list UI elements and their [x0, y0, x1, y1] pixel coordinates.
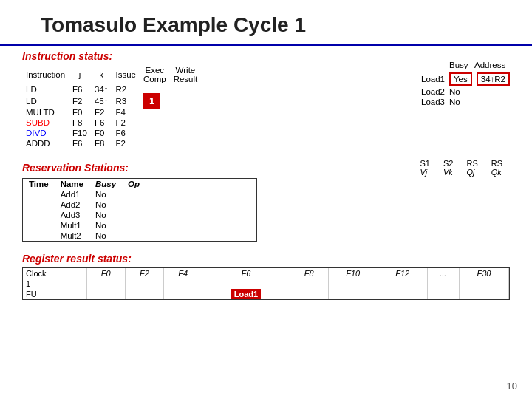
load-busy-highlighted: Yes	[449, 72, 472, 86]
reservation-stations-title: Reservation Stations:	[22, 162, 129, 174]
reg-header: F4	[164, 268, 202, 279]
load-row: Load1Yes34↑R2	[417, 72, 510, 86]
col-write: WriteResult	[170, 65, 202, 84]
clock-value: 1	[23, 279, 86, 289]
load-row: Load2No	[417, 87, 510, 96]
instruction-row: ADDDF6F8F2	[22, 138, 201, 149]
reg-clock-val	[378, 279, 427, 289]
reg-clock-val	[125, 279, 163, 289]
reg-clock-val	[164, 279, 202, 289]
rs-row: Add2No	[23, 200, 256, 210]
clock-label: Clock	[23, 268, 86, 279]
reg-clock-val	[202, 279, 290, 289]
reg-header: F2	[125, 268, 163, 279]
rs-col-vj	[146, 179, 175, 189]
s1-header: S1Vj	[420, 159, 430, 177]
rs-col-busy: Busy	[89, 179, 122, 189]
reg-clock-val	[427, 279, 459, 289]
reg-clock-val	[460, 279, 509, 289]
reg-header: ...	[427, 268, 459, 279]
load-name: Load1	[417, 75, 445, 83]
reg-header: F12	[378, 268, 427, 279]
col-exec: ExecComp	[140, 65, 170, 84]
reg-fu-cell	[86, 289, 125, 299]
rs-row: Add3No	[23, 210, 256, 220]
reg-header: F30	[460, 268, 509, 279]
load1-fu-highlight: Load1	[231, 289, 261, 299]
reg-fu-cell	[378, 289, 427, 299]
load-row: Load3No	[417, 98, 510, 106]
reg-header: F8	[290, 268, 328, 279]
rs-col-op: Op	[122, 179, 146, 189]
instruction-row: MULTDF0F2F4	[22, 107, 201, 117]
load-name: Load3	[417, 98, 445, 106]
load-name: Load2	[417, 87, 445, 96]
register-result-title: Register result status:	[22, 253, 510, 265]
reg-header: F0	[86, 268, 125, 279]
load-busy: No	[449, 98, 470, 106]
reg-fu-cell	[125, 289, 163, 299]
rs-col-time: Time	[23, 179, 55, 189]
fu-label: FU	[23, 289, 86, 299]
rs-row: Mult1No	[23, 220, 256, 231]
col-instruction: Instruction	[22, 65, 69, 84]
exec-highlight: 1	[143, 93, 160, 109]
col-k: k	[91, 65, 112, 84]
col-issue: Issue	[112, 65, 140, 84]
reg-clock-val	[328, 279, 378, 289]
reg-fu-cell	[290, 289, 328, 299]
rs-qj-header: RSQj	[466, 159, 477, 177]
instruction-row: LDF245↑R31	[22, 95, 201, 107]
s2-header: S2Vk	[443, 159, 453, 177]
instruction-status-title: Instruction status:	[22, 50, 387, 62]
rs-col-name: Name	[55, 179, 89, 189]
instruction-row: DIVDF10F0F6	[22, 128, 201, 138]
col-j: j	[69, 65, 91, 84]
rs-row: Mult2No	[23, 231, 256, 241]
busy-header: Busy	[449, 61, 470, 69]
reg-fu-cell	[164, 289, 202, 299]
rs-row: Add1No	[23, 189, 256, 200]
page-title: Tomasulo Example Cycle 1	[0, 0, 532, 44]
reg-fu-cell	[427, 289, 459, 299]
load-busy: No	[449, 87, 470, 96]
busy-col-header	[417, 61, 445, 69]
instruction-row: LDF634↑R2	[22, 84, 201, 95]
reg-clock-val	[290, 279, 328, 289]
reg-fu-cell: Load1	[202, 289, 290, 299]
load-address: 34↑R2	[477, 72, 510, 86]
instruction-row: SUBDF8F6F2	[22, 117, 201, 128]
reg-fu-cell	[328, 289, 378, 299]
page-number: 10	[507, 381, 517, 392]
reg-fu-cell	[460, 289, 509, 299]
reg-header: F6	[202, 268, 290, 279]
reg-clock-val	[86, 279, 125, 289]
rs-col-vk	[175, 179, 205, 189]
reg-header: F10	[328, 268, 378, 279]
rs-qk-header: RSQk	[491, 159, 502, 177]
address-header: Address	[474, 61, 505, 69]
rs-col-qk	[231, 179, 256, 189]
rs-col-qj	[205, 179, 231, 189]
